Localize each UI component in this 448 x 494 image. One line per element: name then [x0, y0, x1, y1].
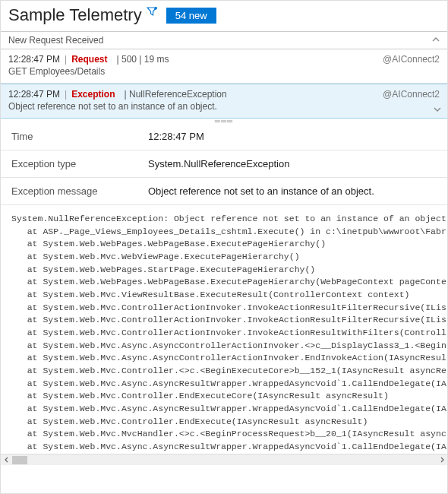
detail-value: System.NullReferenceException	[137, 150, 447, 178]
chevron-down-icon[interactable]	[434, 106, 441, 115]
new-badge[interactable]: 54 new	[166, 8, 216, 24]
detail-row-type: Exception type System.NullReferenceExcep…	[1, 150, 447, 178]
detail-row-time: Time 12:28:47 PM	[1, 123, 447, 150]
subheader-label: New Request Received	[8, 35, 103, 46]
entry-source: @AIConnect2	[383, 89, 440, 100]
entry-subtext: Object reference not set to an instance …	[8, 101, 440, 112]
stack-trace-panel[interactable]: System.NullReferenceException: Object re…	[1, 205, 447, 465]
scroll-left-icon[interactable]	[1, 454, 12, 466]
entry-subtext: GET Employees/Details	[8, 66, 440, 77]
detail-label: Exception type	[1, 150, 137, 178]
subheader: New Request Received	[1, 31, 447, 49]
header: Sample Telemetry 54 new	[1, 1, 447, 31]
chevron-up-icon[interactable]	[432, 36, 440, 45]
entry-time: 12:28:47 PM	[8, 89, 60, 100]
filter-icon[interactable]	[147, 6, 159, 21]
telemetry-entry-exception[interactable]: 12:28:47 PM | Exception | NullReferenceE…	[1, 84, 447, 119]
entry-brief: | NullReferenceException	[125, 89, 227, 100]
horizontal-scrollbar[interactable]	[1, 454, 447, 465]
detail-label: Exception message	[1, 178, 137, 205]
entry-time: 12:28:47 PM	[8, 54, 60, 65]
scroll-track[interactable]	[12, 454, 436, 466]
detail-table: Time 12:28:47 PM Exception type System.N…	[1, 123, 447, 205]
stack-trace-text: System.NullReferenceException: Object re…	[11, 213, 447, 465]
scroll-thumb[interactable]	[12, 456, 27, 464]
detail-value: Object reference not set to an instance …	[137, 178, 447, 205]
detail-value: 12:28:47 PM	[137, 123, 447, 150]
pipe-separator: |	[65, 89, 67, 100]
entry-meta: | 500 | 19 ms	[117, 54, 169, 65]
entry-source: @AIConnect2	[383, 54, 440, 65]
telemetry-entry-request[interactable]: 12:28:47 PM | Request | 500 | 19 ms GET …	[1, 49, 447, 84]
entry-type: Request	[71, 54, 107, 65]
entry-type: Exception	[71, 89, 115, 100]
detail-label: Time	[1, 123, 137, 150]
scroll-right-icon[interactable]	[436, 454, 447, 466]
detail-row-message: Exception message Object reference not s…	[1, 178, 447, 205]
page-title: Sample Telemetry	[8, 5, 142, 25]
pipe-separator: |	[65, 54, 67, 65]
